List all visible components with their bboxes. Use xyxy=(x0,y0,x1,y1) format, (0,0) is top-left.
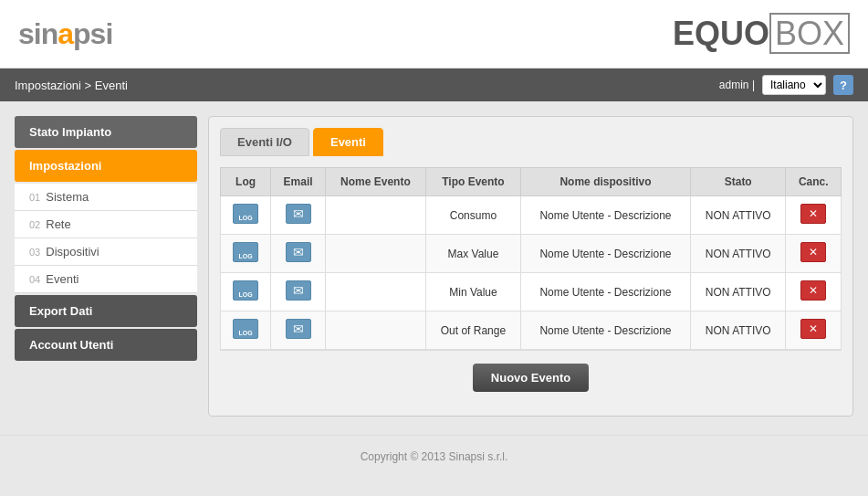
footer-text: Copyright © 2013 Sinapsi s.r.l. xyxy=(361,450,508,463)
tipo-evento-cell: Max Value xyxy=(425,235,520,273)
breadcrumb: Impostazioni > Eventi xyxy=(15,79,128,92)
email-icon[interactable] xyxy=(286,204,311,224)
sidebar: Stato Impianto Impostazioni 01 Sistema 0… xyxy=(15,116,197,417)
sidebar-numbered-items: 01 Sistema 02 Rete 03 Dispositivi 04 Eve… xyxy=(15,184,197,293)
nome-dispositivo-cell: Nome Utente - Descrizione xyxy=(521,196,691,235)
tipo-evento-cell: Min Value xyxy=(425,273,520,311)
delete-icon[interactable] xyxy=(800,242,826,262)
events-table: Log Email Nome Evento Tipo Evento Nome d… xyxy=(220,167,842,350)
sidebar-item-rete[interactable]: 02 Rete xyxy=(15,211,197,238)
admin-label: admin | xyxy=(719,79,755,91)
nome-evento-cell xyxy=(325,196,425,235)
sidebar-item-eventi[interactable]: 04 Eventi xyxy=(15,266,197,293)
stato-cell: NON ATTIVO xyxy=(690,196,786,235)
log-icon-cell xyxy=(221,311,271,350)
sidebar-item-stato-impianto[interactable]: Stato Impianto xyxy=(15,116,197,148)
help-button[interactable]: ? xyxy=(833,75,853,95)
stato-cell: NON ATTIVO xyxy=(690,311,786,350)
language-select[interactable]: Italiano English xyxy=(762,75,826,95)
log-icon[interactable] xyxy=(233,319,258,339)
sinapsi-logo: sinapsi xyxy=(18,17,112,51)
col-nome-dispositivo: Nome dispositivo xyxy=(521,168,691,196)
sidebar-item-dispositivi[interactable]: 03 Dispositivi xyxy=(15,238,197,266)
delete-icon[interactable] xyxy=(800,280,826,301)
log-icon-cell xyxy=(221,235,271,273)
email-icon-cell xyxy=(271,235,326,273)
tipo-evento-cell: Out of Range xyxy=(425,311,520,350)
right-controls: admin | Italiano English ? xyxy=(719,75,853,95)
nome-dispositivo-cell: Nome Utente - Descrizione xyxy=(521,273,691,311)
canc-cell xyxy=(786,273,842,311)
sidebar-item-sistema[interactable]: 01 Sistema xyxy=(15,184,197,211)
email-icon[interactable] xyxy=(286,242,311,262)
table-row: Min Value Nome Utente - Descrizione NON … xyxy=(221,273,842,311)
main-layout: Stato Impianto Impostazioni 01 Sistema 0… xyxy=(0,101,868,431)
sidebar-item-impostazioni[interactable]: Impostazioni xyxy=(15,150,197,182)
nome-evento-cell xyxy=(325,235,425,273)
log-icon[interactable] xyxy=(233,242,258,262)
email-icon-cell xyxy=(271,273,326,311)
log-icon[interactable] xyxy=(233,204,258,224)
content-area: Eventi I/O Eventi Log Email Nome Evento … xyxy=(208,116,853,417)
sidebar-item-account-utenti[interactable]: Account Utenti xyxy=(15,329,197,361)
log-icon[interactable] xyxy=(233,280,258,301)
tab-eventi[interactable]: Eventi xyxy=(313,128,383,156)
email-icon[interactable] xyxy=(286,319,311,339)
canc-cell xyxy=(786,311,842,350)
header: sinapsi EQUOBOX xyxy=(0,0,868,69)
col-tipo-evento: Tipo Evento xyxy=(425,168,520,196)
log-icon-cell xyxy=(221,196,271,235)
table-row: Max Value Nome Utente - Descrizione NON … xyxy=(221,235,842,273)
col-nome-evento: Nome Evento xyxy=(325,168,425,196)
tipo-evento-cell: Consumo xyxy=(425,196,520,235)
canc-cell xyxy=(786,235,842,273)
table-row: Consumo Nome Utente - Descrizione NON AT… xyxy=(221,196,842,235)
email-icon-cell xyxy=(271,311,326,350)
nome-evento-cell xyxy=(325,273,425,311)
col-stato: Stato xyxy=(690,168,786,196)
canc-cell xyxy=(786,196,842,235)
nome-dispositivo-cell: Nome Utente - Descrizione xyxy=(521,235,691,273)
email-icon[interactable] xyxy=(286,280,311,301)
delete-icon[interactable] xyxy=(800,204,826,224)
delete-icon[interactable] xyxy=(800,319,826,339)
col-email: Email xyxy=(271,168,326,196)
col-canc: Canc. xyxy=(786,168,842,196)
new-event-row: Nuovo Evento xyxy=(220,350,842,405)
log-icon-cell xyxy=(221,273,271,311)
equobox-logo: EQUOBOX xyxy=(673,15,850,53)
tab-eventi-io[interactable]: Eventi I/O xyxy=(220,128,309,156)
nome-evento-cell xyxy=(325,311,425,350)
stato-cell: NON ATTIVO xyxy=(690,235,786,273)
tabs: Eventi I/O Eventi xyxy=(220,128,842,156)
new-event-button[interactable]: Nuovo Evento xyxy=(473,364,589,392)
nome-dispositivo-cell: Nome Utente - Descrizione xyxy=(521,311,691,350)
stato-cell: NON ATTIVO xyxy=(690,273,786,311)
sidebar-item-export-dati[interactable]: Export Dati xyxy=(15,295,197,327)
footer: Copyright © 2013 Sinapsi s.r.l. xyxy=(0,435,868,478)
breadcrumb-bar: Impostazioni > Eventi admin | Italiano E… xyxy=(0,69,868,101)
email-icon-cell xyxy=(271,196,326,235)
col-log: Log xyxy=(221,168,271,196)
table-row: Out of Range Nome Utente - Descrizione N… xyxy=(221,311,842,350)
